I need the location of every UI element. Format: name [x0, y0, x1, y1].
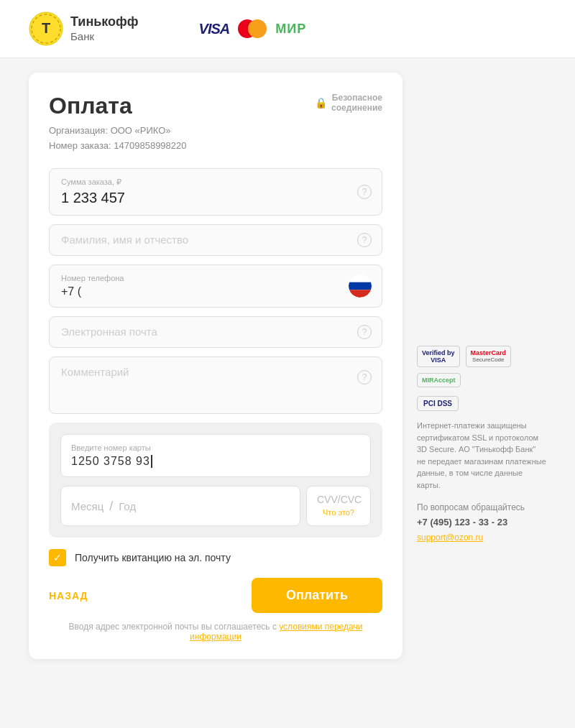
russian-flag-svg — [349, 275, 372, 298]
form-card: Оплата 🔒 Безопасноесоединение Организаци… — [29, 73, 402, 659]
footer-prefix: Вводя адрес электронной почты вы соглаша… — [69, 622, 280, 632]
card-expiry-cvv-row: Месяц / Год CVV/CVC Что это? — [60, 486, 371, 526]
mir-accept-badge: MIRAccept — [417, 373, 461, 387]
comment-question-icon[interactable]: ? — [357, 370, 372, 384]
flag-icon[interactable] — [349, 275, 372, 298]
verified-line2: VISA — [431, 356, 446, 364]
month-placeholder: Месяц — [71, 500, 104, 512]
receipt-checkbox-row[interactable]: ✓ Получить квитанцию на эл. почту — [49, 549, 382, 566]
card-section: Введите номер карты 1250 3758 93 Месяц /… — [49, 423, 382, 538]
year-placeholder: Год — [119, 500, 136, 512]
footer-text: Вводя адрес электронной почты вы соглаша… — [49, 622, 382, 642]
verified-visa-badge: Verified by VISA — [417, 346, 460, 367]
card-number-field[interactable]: Введите номер карты 1250 3758 93 — [60, 434, 371, 478]
mc-line2: SecureCode — [472, 356, 504, 363]
verified-line1: Verified by — [422, 349, 455, 356]
email-question-icon[interactable]: ? — [357, 325, 372, 339]
security-panel: Verified by VISA MasterCard SecureCode M… — [417, 73, 546, 659]
contact-email[interactable]: support@ozon.ru — [417, 533, 483, 543]
fullname-question-icon[interactable]: ? — [357, 233, 372, 247]
contact-title: По вопросам обращайтесь — [417, 502, 546, 512]
receipt-label: Получить квитанцию на эл. почту — [75, 552, 231, 563]
phone-input[interactable] — [61, 285, 370, 298]
amount-input[interactable] — [61, 190, 370, 206]
contact-phone: +7 (495) 123 - 33 - 23 — [417, 517, 546, 527]
cvv-hint[interactable]: Что это? — [323, 508, 354, 517]
secure-label: Безопасноесоединение — [331, 93, 382, 113]
phone-label: Номер телефона — [61, 274, 370, 282]
svg-rect-6 — [349, 282, 372, 290]
receipt-checkbox[interactable]: ✓ — [49, 549, 66, 566]
logo-area: Т Тинькофф Банк — [29, 11, 139, 46]
logo-text: Тинькофф Банк — [70, 14, 139, 43]
pci-label: PCI DSS — [423, 400, 452, 407]
pay-button[interactable]: Оплатить — [252, 578, 382, 613]
security-badges: Verified by VISA MasterCard SecureCode M… — [417, 346, 546, 387]
fullname-field[interactable]: Фамилия, имя и отчество ? — [49, 224, 382, 256]
pci-badge: PCI DSS — [417, 396, 459, 411]
main-container: Оплата 🔒 Безопасноесоединение Организаци… — [0, 58, 575, 673]
cvv-field[interactable]: CVV/CVC Что это? — [306, 486, 371, 526]
tinkoff-logo-icon: Т — [29, 11, 63, 46]
card-logos: VISA МИР — [199, 19, 307, 38]
mastercard-logo — [238, 19, 267, 38]
cvv-label: CVV/CVC — [317, 494, 360, 505]
phone-field[interactable]: Номер телефона — [49, 264, 382, 308]
lock-icon: 🔒 — [315, 97, 327, 109]
card-number-value: 1250 3758 93 — [71, 455, 150, 467]
comment-placeholder: Комментарий — [61, 366, 129, 378]
mc-line1: MasterCard — [471, 349, 507, 356]
header: Т Тинькофф Банк VISA МИР — [0, 0, 575, 58]
payment-title-row: Оплата 🔒 Безопасноесоединение — [49, 93, 382, 119]
bottom-actions: НАЗАД Оплатить — [49, 578, 382, 613]
card-number-row: Введите номер карты 1250 3758 93 — [60, 434, 371, 478]
order-label: Номер заказа: 14709858998220 — [49, 139, 382, 154]
email-field[interactable]: Электронная почта ? — [49, 316, 382, 348]
svg-text:Т: Т — [42, 20, 50, 36]
email-placeholder: Электронная почта — [61, 326, 157, 338]
mir-logo: МИР — [275, 22, 306, 37]
payment-title: Оплата — [49, 93, 132, 119]
mir-line1: MIRAccept — [422, 377, 456, 384]
amount-question-icon[interactable]: ? — [357, 185, 372, 199]
back-button[interactable]: НАЗАД — [49, 590, 88, 602]
secure-badge: 🔒 Безопасноесоединение — [315, 93, 382, 113]
mastercard-secure-badge: MasterCard SecureCode — [466, 346, 512, 367]
visa-logo: VISA — [199, 21, 230, 37]
expiry-field[interactable]: Месяц / Год — [60, 486, 300, 526]
comment-field[interactable]: Комментарий ? — [49, 356, 382, 414]
amount-label: Сумма заказа, ₽ — [61, 178, 370, 187]
card-number-label: Введите номер карты — [71, 443, 360, 452]
org-label: Организация: ООО «РИКО» — [49, 124, 382, 139]
expiry-divider: / — [109, 499, 113, 514]
fullname-placeholder: Фамилия, имя и отчество — [61, 234, 188, 246]
security-info-text: Интернет-платежи защищены сертификатом S… — [417, 420, 546, 491]
amount-field[interactable]: Сумма заказа, ₽ ? — [49, 168, 382, 216]
org-info: Организация: ООО «РИКО» Номер заказа: 14… — [49, 124, 382, 154]
